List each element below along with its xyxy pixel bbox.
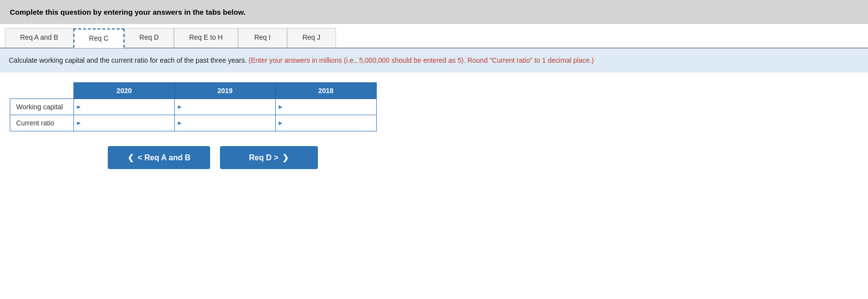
arrow-icon: ►	[177, 103, 183, 110]
arrow-icon: ►	[278, 103, 284, 110]
current-ratio-label: Current ratio	[10, 115, 74, 131]
working-capital-2019-input[interactable]	[184, 100, 273, 114]
working-capital-2020-input[interactable]	[83, 100, 172, 114]
arrow-icon: ►	[278, 120, 284, 126]
page-header: Complete this question by entering your …	[0, 0, 868, 24]
prev-button-label: < Req A and B	[138, 153, 191, 162]
working-capital-label: Working capital	[10, 99, 74, 115]
next-button[interactable]: Req D > ❯	[220, 146, 318, 169]
header-title: Complete this question by entering your …	[10, 8, 245, 16]
col-header-2020: 2020	[74, 83, 175, 99]
current-ratio-2018-cell[interactable]: ►	[275, 115, 376, 131]
table-header-row: 2020 2019 2018	[10, 83, 377, 99]
tab-req-i[interactable]: Req I	[238, 28, 287, 48]
working-capital-2019-cell[interactable]: ►	[174, 99, 275, 115]
tab-req-a-b[interactable]: Req A and B	[5, 28, 73, 48]
arrow-icon: ►	[76, 103, 82, 110]
data-table: 2020 2019 2018 Working capital ► ►	[10, 82, 377, 131]
working-capital-2018-input[interactable]	[285, 100, 374, 114]
table-row: Working capital ► ► ►	[10, 99, 377, 115]
tab-req-e-h[interactable]: Req E to H	[174, 28, 238, 48]
empty-header	[10, 83, 74, 99]
content-area: 2020 2019 2018 Working capital ► ►	[0, 73, 868, 177]
table-row: Current ratio ► ► ►	[10, 115, 377, 131]
current-ratio-2018-input[interactable]	[285, 116, 374, 130]
tab-req-d[interactable]: Req D	[124, 28, 174, 48]
current-ratio-2020-input[interactable]	[83, 116, 172, 130]
arrow-icon: ►	[76, 120, 82, 126]
working-capital-2020-cell[interactable]: ►	[74, 99, 175, 115]
current-ratio-2019-input[interactable]	[184, 116, 273, 130]
col-header-2018: 2018	[275, 83, 376, 99]
navigation-buttons: ❮ < Req A and B Req D > ❯	[10, 146, 858, 169]
instruction-box: Calculate working capital and the curren…	[0, 49, 868, 73]
arrow-icon: ►	[177, 120, 183, 126]
working-capital-2018-cell[interactable]: ►	[275, 99, 376, 115]
chevron-right-icon: ❯	[282, 153, 289, 162]
col-header-2019: 2019	[174, 83, 275, 99]
current-ratio-2020-cell[interactable]: ►	[74, 115, 175, 131]
instruction-main-text: Calculate working capital and the curren…	[9, 56, 247, 64]
chevron-left-icon: ❮	[127, 153, 134, 162]
tab-req-j[interactable]: Req J	[287, 28, 336, 48]
tabs-bar: Req A and B Req C Req D Req E to H Req I…	[0, 28, 868, 49]
next-button-label: Req D >	[249, 153, 278, 162]
tab-req-c[interactable]: Req C	[73, 28, 124, 48]
prev-button[interactable]: ❮ < Req A and B	[108, 146, 210, 169]
current-ratio-2019-cell[interactable]: ►	[174, 115, 275, 131]
instruction-red-text: (Enter your answers in millions (i.e., 5…	[249, 56, 594, 64]
